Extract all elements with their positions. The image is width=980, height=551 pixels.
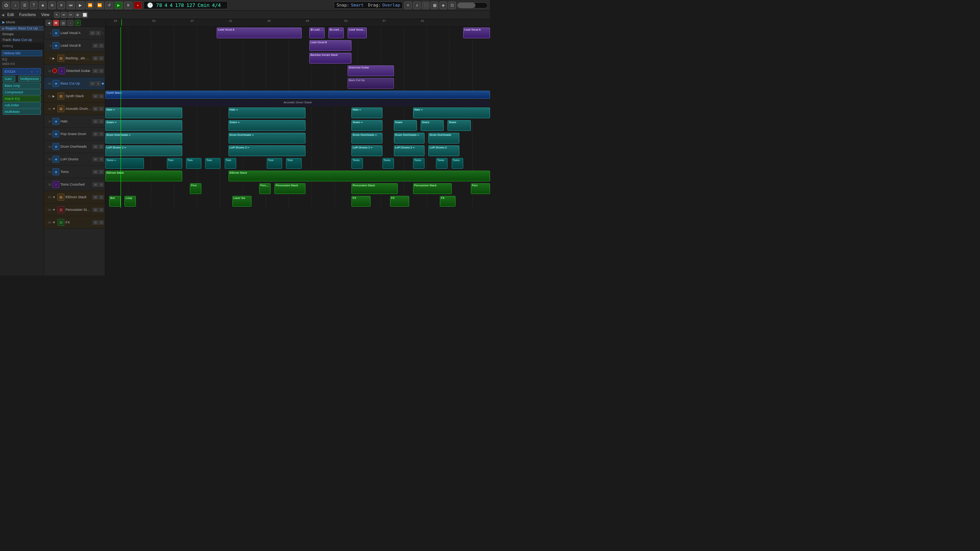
plugin-compressor[interactable]: Compressor xyxy=(3,89,41,95)
track-row-toms[interactable]: 51 ◈ Toms M S xyxy=(44,166,105,178)
mute-49[interactable]: M xyxy=(93,145,98,149)
clip-fx-laser[interactable]: Laser Sw xyxy=(232,196,252,207)
folder-arrow[interactable]: ▶ xyxy=(52,57,56,60)
info-btn[interactable]: ♪ xyxy=(11,2,19,9)
mute-2[interactable]: M xyxy=(93,44,98,48)
plugin-match-eq[interactable]: Match EQ xyxy=(3,96,41,102)
edit-menu[interactable]: Edit xyxy=(5,12,16,18)
solo-2[interactable]: S xyxy=(99,44,104,48)
fast-forward-btn[interactable]: ⏩ xyxy=(95,2,104,9)
clip-toms-6[interactable]: Tom xyxy=(267,158,282,169)
clip-snare-5[interactable]: Snare xyxy=(421,120,444,131)
multipressor-btn[interactable]: Multipressor xyxy=(18,76,41,82)
solo-19[interactable]: S xyxy=(99,69,104,73)
sidebar-track[interactable]: Track: Bass Cut Up xyxy=(0,37,44,43)
functions-menu[interactable]: Functions xyxy=(17,12,38,18)
clip-lead-vocal-b-1[interactable]: Lead Vocal B xyxy=(309,40,352,51)
clip-perc-2[interactable]: Percussion xyxy=(259,183,271,194)
pencil-tool[interactable]: ✏ xyxy=(61,12,67,18)
solo-46[interactable]: S xyxy=(99,107,104,111)
solo-1[interactable]: S xyxy=(96,31,101,35)
track-row-toms-crunched[interactable]: 52 ♪ Toms Crunched M S xyxy=(44,178,105,191)
track-list-scroll[interactable]: 1 ◈ Load Vocal A M S 2 ◈ Lead Vocal B xyxy=(44,27,105,229)
perc-arrow[interactable]: ▼ xyxy=(52,208,56,212)
mute-19[interactable]: M xyxy=(93,69,98,73)
clip-synth-stack[interactable]: Synth Stack xyxy=(105,91,490,99)
go-start-btn[interactable]: ⏮ xyxy=(67,2,75,9)
zoom-tool[interactable]: ⊕ xyxy=(75,12,81,18)
add-track-btn[interactable]: + xyxy=(75,20,81,26)
track-row-lead-vocal-a[interactable]: 1 ◈ Load Vocal A M S xyxy=(44,27,105,39)
clip-hats-4[interactable]: Hats ▪▪ xyxy=(413,108,490,118)
scissors-tool[interactable]: ✂ xyxy=(68,12,74,18)
power-btn[interactable]: ⏻ xyxy=(2,2,10,9)
clip-toms-7[interactable]: Tom xyxy=(286,158,301,169)
clip-lofi-3[interactable]: LoFi Drums 1 ▪▪ xyxy=(351,145,382,156)
cycle-btn[interactable]: ↺ xyxy=(105,2,113,9)
clip-overheads-3[interactable]: Drum Overheads ▪▪ xyxy=(351,133,382,143)
solo-20[interactable]: S xyxy=(96,82,101,86)
step-btn[interactable]: ▦ xyxy=(431,2,438,9)
plugin-multimeter[interactable]: MultMeter xyxy=(3,109,41,115)
clip-hats-2[interactable]: Hats ▪▪ xyxy=(229,108,305,118)
clip-overheads-1[interactable]: Drum Overheads ▪▪ xyxy=(105,133,182,143)
clip-snare-3[interactable]: Snare ▪▪ xyxy=(351,120,382,131)
sample-btn[interactable]: ◈ xyxy=(439,2,447,9)
track-row-eldrum-stack[interactable]: 53 ▼ ▤ ElDrum Stack M S xyxy=(44,191,105,204)
clip-hats-3[interactable]: Hats ▪▪ xyxy=(351,108,382,118)
track-row-fx[interactable]: 69 ▼ ▤ FX M S xyxy=(44,216,105,229)
mute-21[interactable]: M xyxy=(93,94,98,98)
clip-toms-12[interactable]: Toms xyxy=(452,158,463,169)
plugin-power-btn[interactable]: ○ xyxy=(29,69,34,74)
record-btn[interactable]: ● xyxy=(134,2,142,9)
view-menu[interactable]: View xyxy=(39,12,52,18)
drag-value[interactable]: Overlap xyxy=(382,3,400,8)
solo-51[interactable]: S xyxy=(99,170,104,174)
clip-lead-vocal-a-end[interactable]: Lead Vocal A xyxy=(463,28,490,38)
clip-overheads-4[interactable]: Drum Overheads ▪▪ xyxy=(394,133,425,143)
solo-63[interactable]: S xyxy=(99,208,104,212)
clip-snare-2[interactable]: Snare ▪▪ xyxy=(229,120,305,131)
mute-63[interactable]: M xyxy=(93,208,98,212)
score-btn[interactable]: ♬ xyxy=(413,2,421,9)
clip-perc-4[interactable]: Percussion Stack xyxy=(351,183,398,194)
mute-3[interactable]: M xyxy=(93,56,98,60)
mute-48[interactable]: M xyxy=(93,132,98,136)
solo-50[interactable]: S xyxy=(99,157,104,161)
clip-fx-5[interactable]: FX xyxy=(440,196,455,207)
track-row-lofi-drums[interactable]: 50 ◈ LoFi Drums M S xyxy=(44,153,105,166)
mute-20[interactable]: M xyxy=(90,82,95,86)
pause-btn[interactable]: ⏸ xyxy=(124,2,132,9)
track-row-drum-overheads[interactable]: 49 ◈ Drum Overheads M S xyxy=(44,140,105,153)
play-btn[interactable]: ▶ xyxy=(76,2,85,9)
mute-1[interactable]: M xyxy=(90,31,95,35)
solo-49[interactable]: S xyxy=(99,145,104,149)
mute-53[interactable]: M xyxy=(93,195,98,199)
solo-21[interactable]: S xyxy=(99,94,104,98)
pointer-tool[interactable]: ↖ xyxy=(54,12,60,18)
eldrum-arrow[interactable]: ▼ xyxy=(52,196,56,199)
track-row-bass-cut-up[interactable]: 20 ◈ Bass Cut Up M S xyxy=(44,77,105,90)
solo-53[interactable]: S xyxy=(99,195,104,199)
clip-toms-2[interactable]: Tom xyxy=(167,158,182,169)
mute-46[interactable]: M xyxy=(93,107,98,111)
sidebar-groups[interactable]: Groups xyxy=(0,31,44,37)
clip-eldrum-1[interactable]: ElDrum Stack xyxy=(105,171,182,181)
clip-toms-11[interactable]: Toms xyxy=(436,158,448,169)
plugin-adlimiter[interactable]: AdLimiter xyxy=(3,102,41,108)
midi-btn[interactable]: ◈ xyxy=(39,2,47,9)
mute-52[interactable]: M xyxy=(93,183,98,187)
clip-overheads-2[interactable]: Drum Overheads ▪▪ xyxy=(229,133,305,143)
plugin-bypass-btn[interactable]: → xyxy=(34,69,39,74)
clip-toms-9[interactable]: Toms xyxy=(382,158,394,169)
clip-distorted-guitar[interactable]: Distorted Guitar xyxy=(348,65,394,76)
track-row-pop-snare[interactable]: 48 ◈ Pop Snare Drum M S xyxy=(44,128,105,140)
clip-lead-vocal-a-1[interactable]: Lead Vocal A xyxy=(217,28,301,38)
clip-toms-3[interactable]: Tom xyxy=(186,158,201,169)
list-view-btn[interactable]: ≡ xyxy=(404,2,412,9)
help-btn[interactable]: ? xyxy=(30,2,38,9)
clip-fx-1[interactable]: Bot xyxy=(109,196,121,207)
mute-51[interactable]: M xyxy=(93,170,98,174)
clip-snare-4[interactable]: Snare xyxy=(394,120,417,131)
synth-folder-arrow[interactable]: ▶ xyxy=(52,95,56,98)
